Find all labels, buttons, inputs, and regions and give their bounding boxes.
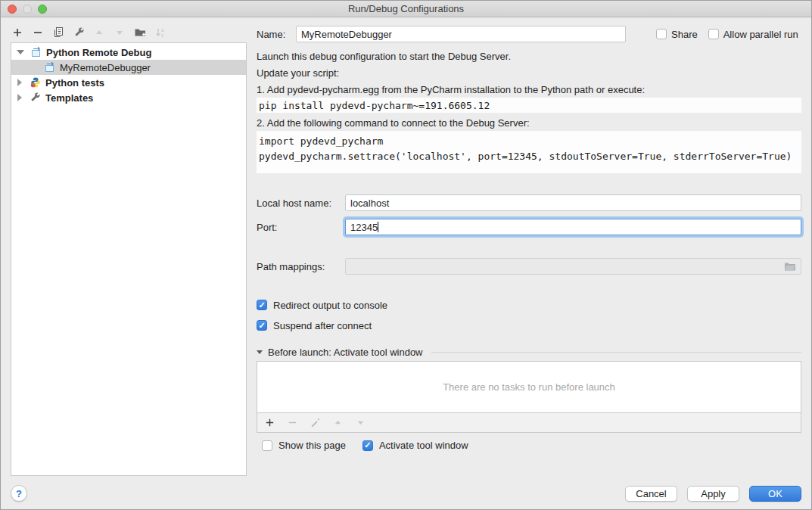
expand-arrow-icon[interactable] [17, 79, 22, 86]
port-value: 12345 [350, 222, 378, 233]
share-label: Share [671, 29, 698, 40]
suspend-after-connect-row[interactable]: Suspend after connect [257, 318, 801, 333]
text-cursor [378, 222, 378, 232]
move-down-icon [114, 26, 126, 39]
run-debug-configurations-dialog: Run/Debug Configurations [0, 0, 812, 510]
tree-item-templates[interactable]: Templates [11, 90, 246, 105]
redirect-output-label: Redirect output to console [273, 300, 387, 311]
configurations-toolbar: az [11, 22, 247, 42]
suspend-after-connect-label: Suspend after connect [273, 320, 372, 331]
configurations-pane: az Python Remote Debug MyRemoteDebugger [1, 17, 256, 479]
sort-alphabetically-icon: az [154, 26, 166, 39]
remote-debug-config-icon [30, 46, 42, 58]
settrace-code-block: import pydevd_pycharm pydevd_pycharm.set… [257, 131, 801, 173]
titlebar: Run/Debug Configurations [1, 1, 811, 17]
tree-item-python-tests[interactable]: Python tests [11, 75, 246, 90]
python-tests-icon [30, 76, 42, 89]
tree-item-label: Templates [45, 92, 93, 104]
before-launch-header[interactable]: Before launch: Activate tool window [257, 344, 801, 359]
tree-item-python-remote-debug[interactable]: Python Remote Debug [11, 45, 246, 60]
port-input[interactable]: 12345 [345, 219, 801, 235]
empty-tasks-message: There are no tasks to run before launch [443, 381, 615, 393]
local-host-row: Local host name: localhost [257, 194, 801, 211]
tree-item-label: Python tests [45, 77, 104, 89]
code-line: pydevd_pycharm.settrace('localhost', por… [259, 149, 799, 164]
svg-text:z: z [161, 32, 163, 37]
before-launch-title: Before launch: Activate tool window [268, 347, 423, 358]
local-host-value: localhost [350, 197, 389, 209]
remote-debug-config-icon [44, 61, 56, 73]
redirect-output-row[interactable]: Redirect output to console [257, 297, 801, 313]
before-launch-task-list[interactable]: There are no tasks to run before launch [257, 361, 801, 413]
local-host-label: Local host name: [257, 197, 345, 209]
allow-parallel-run-label: Allow parallel run [723, 29, 798, 40]
tree-item-myremotedebugger[interactable]: MyRemoteDebugger [11, 60, 246, 75]
expand-arrow-icon[interactable] [17, 94, 22, 101]
move-task-up-icon [331, 417, 344, 429]
show-this-page-checkbox[interactable] [262, 440, 272, 451]
dialog-content: az Python Remote Debug MyRemoteDebugger [1, 17, 811, 479]
instruction-line-1: Launch this debug configuration to start… [257, 48, 801, 64]
name-row: Name: MyRemoteDebugger Share Allow paral… [257, 26, 801, 42]
allow-parallel-run-checkbox[interactable] [708, 29, 719, 39]
suspend-after-connect-checkbox[interactable] [257, 320, 267, 331]
path-mappings-input[interactable] [345, 258, 801, 275]
configurations-tree: Python Remote Debug MyRemoteDebugger Pyt… [11, 42, 247, 476]
name-label: Name: [257, 29, 296, 40]
move-task-down-icon [354, 417, 366, 429]
move-up-icon [93, 26, 105, 39]
remove-icon[interactable] [32, 26, 44, 39]
section-divider [431, 352, 801, 353]
edit-task-pencil-icon [309, 417, 321, 429]
show-this-page-label: Show this page [278, 440, 346, 451]
action-buttons: Cancel Apply OK [625, 486, 801, 502]
tree-item-label: MyRemoteDebugger [60, 62, 151, 73]
add-task-icon[interactable] [263, 417, 275, 429]
window-title: Run/Debug Configurations [1, 3, 811, 14]
ok-button[interactable]: OK [749, 486, 801, 502]
collapse-section-icon[interactable] [257, 350, 263, 354]
configuration-editor: Name: MyRemoteDebugger Share Allow paral… [256, 17, 811, 479]
name-input[interactable]: MyRemoteDebugger [296, 26, 626, 42]
code-line: import pydevd_pycharm [259, 134, 799, 149]
path-mappings-row: Path mappings: [257, 258, 801, 275]
name-value: MyRemoteDebugger [301, 29, 392, 40]
add-icon[interactable] [11, 26, 23, 39]
port-row: Port: 12345 [257, 219, 801, 235]
page-options-row: Show this page Activate tool window [257, 440, 801, 451]
remove-task-icon [286, 417, 298, 429]
templates-wrench-icon [30, 92, 42, 104]
apply-button[interactable]: Apply [687, 486, 739, 502]
edit-wrench-icon[interactable] [73, 26, 85, 39]
path-mappings-label: Path mappings: [257, 261, 345, 272]
cancel-button[interactable]: Cancel [625, 486, 677, 502]
copy-icon[interactable] [52, 26, 64, 39]
port-label: Port: [257, 222, 345, 233]
instruction-step-2: 2. Add the following command to connect … [257, 114, 801, 131]
allow-parallel-checkbox-group[interactable]: Allow parallel run [708, 29, 798, 40]
dialog-footer: ? Cancel Apply OK [1, 477, 811, 509]
before-launch-toolbar [257, 413, 801, 433]
instruction-line-2: Update your script: [257, 64, 801, 81]
share-checkbox-group[interactable]: Share [656, 29, 698, 40]
help-icon: ? [16, 488, 22, 499]
browse-folder-icon[interactable] [784, 261, 796, 272]
share-checkbox[interactable] [656, 29, 667, 39]
collapse-arrow-icon[interactable] [17, 50, 24, 54]
redirect-output-checkbox[interactable] [257, 300, 267, 310]
activate-tool-window-label: Activate tool window [379, 440, 468, 451]
activate-tool-window-checkbox[interactable] [362, 440, 373, 451]
new-folder-icon[interactable] [134, 26, 146, 39]
instruction-step-1: 1. Add pydevd-pycharm.egg from the PyCha… [257, 81, 801, 98]
help-button[interactable]: ? [11, 485, 27, 502]
tree-item-label: Python Remote Debug [46, 47, 151, 58]
pip-install-command: pip install pydevd-pycharm~=191.6605.12 [257, 98, 801, 113]
local-host-input[interactable]: localhost [345, 194, 801, 211]
